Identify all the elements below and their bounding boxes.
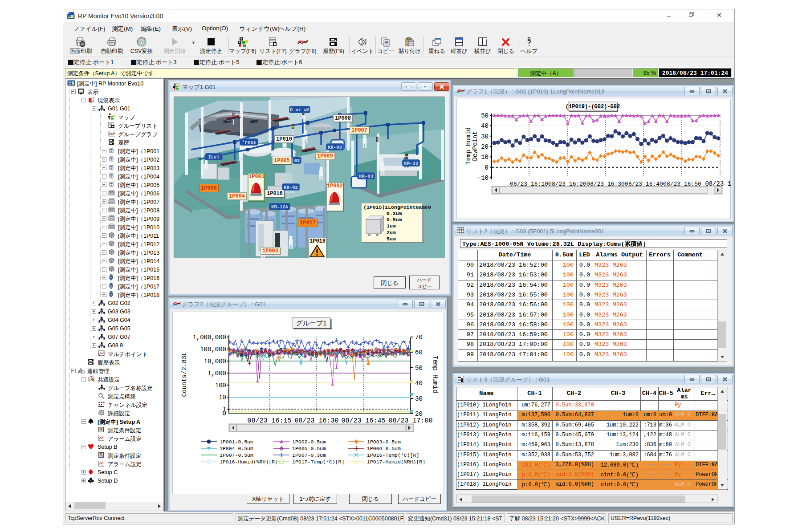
- svg-text:100,000: 100,000: [200, 346, 226, 353]
- svg-text:グループ1: グループ1: [296, 319, 326, 327]
- svg-text:40: 40: [415, 380, 423, 387]
- svg-text:1P005-0.5um: 1P005-0.5um: [292, 446, 326, 451]
- svg-text:-10: -10: [477, 175, 489, 182]
- svg-text:10,000: 10,000: [204, 358, 226, 365]
- svg-text:Temp Humid: Temp Humid: [432, 356, 439, 393]
- svg-text:100: 100: [215, 382, 226, 389]
- svg-text:50: 50: [415, 365, 423, 372]
- svg-text:50: 50: [481, 112, 489, 119]
- svg-text:Counts/2.83L: Counts/2.83L: [181, 352, 188, 397]
- svg-text:20: 20: [415, 410, 423, 418]
- svg-text:08/23 17:00: 08/23 17:00: [388, 417, 432, 425]
- svg-text:(1P019)-(G02)-G02: (1P019)-(G02)-G02: [566, 104, 620, 110]
- svg-text:1P006-0.5um: 1P006-0.5um: [367, 446, 401, 451]
- svg-text:08/23 16:45: 08/23 16:45: [341, 417, 385, 425]
- svg-text:1P017-Humid(%RH)[R]: 1P017-Humid(%RH)[R]: [367, 459, 425, 465]
- svg-text:1P016-Temp(°C)[R]: 1P016-Temp(°C)[R]: [367, 452, 419, 458]
- svg-text:1P007-0.5um: 1P007-0.5um: [220, 452, 253, 458]
- svg-text:1P003-0.5um: 1P003-0.5um: [367, 439, 401, 445]
- svg-text:1P016-Humid(%RH)[R]: 1P016-Humid(%RH)[R]: [220, 459, 278, 465]
- svg-text:Temp Humid: Temp Humid: [465, 127, 472, 165]
- svg-text:1P017-Temp(°C)[R]: 1P017-Temp(°C)[R]: [292, 459, 344, 465]
- svg-text:08/23 16:15: 08/23 16:15: [247, 417, 291, 425]
- svg-text:40: 40: [481, 122, 489, 130]
- svg-text:20: 20: [481, 143, 489, 150]
- svg-text:10: 10: [481, 154, 489, 161]
- svg-text:10: 10: [219, 394, 226, 401]
- svg-text:0: 0: [485, 164, 489, 171]
- svg-text:1P001-0.5um: 1P001-0.5um: [220, 439, 253, 445]
- svg-text:1,000: 1,000: [208, 370, 226, 377]
- svg-text:DewPoint: DewPoint: [472, 131, 479, 161]
- svg-text:1P002-0.5um: 1P002-0.5um: [292, 439, 326, 445]
- svg-text:08/23 16:30: 08/23 16:30: [294, 417, 338, 425]
- svg-text:1,000,000: 1,000,000: [192, 334, 226, 341]
- svg-text:70: 70: [415, 334, 423, 341]
- svg-text:30: 30: [415, 395, 423, 402]
- svg-text:1P007-0.3um: 1P007-0.3um: [292, 452, 326, 458]
- svg-text:60: 60: [415, 349, 423, 356]
- svg-text:0: 0: [223, 410, 226, 417]
- svg-text:30: 30: [481, 133, 489, 140]
- svg-text:1P004-0.5um: 1P004-0.5um: [220, 446, 253, 451]
